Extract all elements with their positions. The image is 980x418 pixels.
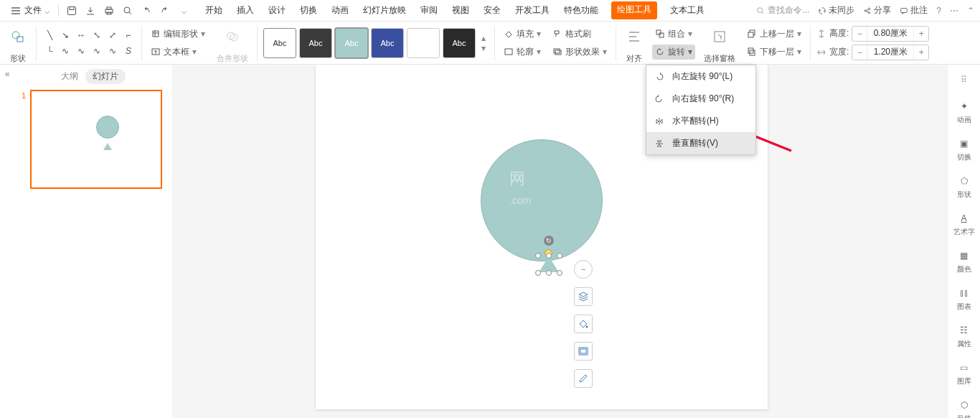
print-preview-button[interactable] [119, 2, 136, 19]
collapse-panel[interactable]: « [0, 65, 14, 418]
width-spinner[interactable]: − 1.20厘米 + [852, 45, 929, 60]
save-button[interactable] [63, 2, 80, 19]
tab-insert[interactable]: 插入 [235, 1, 255, 19]
send-backward-button[interactable]: 下移一层▾ [744, 45, 804, 60]
shape-style-gallery[interactable]: Abc Abc Abc Abc Abc ▴▾ [263, 28, 489, 58]
height-increase[interactable]: + [914, 29, 928, 39]
sidebar-menu-icon[interactable]: ⠿ [961, 75, 968, 85]
sidebar-wordart[interactable]: A艺术字 [953, 211, 975, 237]
rotate-left-item[interactable]: 向左旋转 90°(L) [646, 65, 755, 88]
resize-handle[interactable] [557, 253, 562, 259]
sidebar-style[interactable]: ⬡风格 [957, 398, 971, 418]
tab-review[interactable]: 审阅 [419, 1, 439, 19]
rotate-right-item[interactable]: 向右旋转 90°(R) [646, 88, 755, 110]
svg-rect-3 [107, 7, 111, 9]
slide-canvas[interactable]: 网.com ↻ − [172, 65, 947, 418]
sidebar-gallery[interactable]: ▭图库 [957, 361, 971, 386]
right-sidebar: ⠿ ✦动画 ▣切换 ⬠形状 A艺术字 ▦颜色 ⫿⫿图表 ☷属性 ▭图库 ⬡风格 [947, 65, 980, 418]
sidebar-transition[interactable]: ▣切换 [957, 136, 971, 162]
tab-security[interactable]: 安全 [482, 1, 502, 19]
text-box-button[interactable]: 文本框▾ [148, 45, 208, 60]
annotate-button[interactable]: 批注 [900, 4, 928, 17]
flip-horizontal-item[interactable]: 水平翻转(H) [646, 110, 755, 132]
tab-animation[interactable]: 动画 [330, 1, 350, 19]
sidebar-colors[interactable]: ▦颜色 [957, 249, 971, 274]
tab-transition[interactable]: 切换 [298, 1, 319, 19]
rotate-button[interactable]: 旋转▾ [652, 45, 695, 60]
height-value[interactable]: 0.80厘米 [867, 27, 914, 41]
svg-rect-17 [554, 49, 560, 53]
edit-shape-button[interactable]: 编辑形状▾ [148, 27, 208, 42]
svg-point-6 [758, 7, 763, 12]
style-swatch-4[interactable]: Abc [371, 28, 404, 58]
sidebar-charts[interactable]: ⫿⫿图表 [957, 286, 971, 312]
format-painter-button[interactable]: 格式刷 [550, 27, 610, 42]
height-spinner[interactable]: − 0.80厘米 + [852, 26, 929, 42]
tab-view[interactable]: 视图 [451, 1, 471, 19]
width-increase[interactable]: + [914, 47, 928, 57]
selection-pane-button[interactable]: 选择窗格 [701, 22, 738, 64]
tab-start[interactable]: 开始 [204, 1, 224, 19]
tab-features[interactable]: 特色功能 [562, 1, 600, 19]
fill-button[interactable]: 填充▾ [501, 27, 544, 42]
selected-triangle-shape[interactable]: ↻ [538, 256, 560, 273]
height-decrease[interactable]: − [852, 29, 867, 39]
style-swatch-3[interactable]: Abc [335, 28, 368, 58]
file-menu[interactable]: 文件 ⌵ [6, 1, 54, 19]
slides-tab[interactable]: 幻灯片 [85, 69, 126, 84]
tab-slideshow[interactable]: 幻灯片放映 [362, 1, 407, 19]
help-button[interactable]: ? [936, 6, 941, 16]
slide-thumbnail-1[interactable] [30, 90, 162, 189]
outline-button[interactable]: 轮廓▾ [501, 45, 544, 60]
tab-developer[interactable]: 开发工具 [514, 1, 551, 19]
tab-design[interactable]: 设计 [267, 1, 287, 19]
undo-button[interactable] [138, 2, 155, 19]
float-layers-button[interactable] [574, 287, 593, 306]
shape-effects-button[interactable]: 形状效果▾ [550, 45, 610, 60]
style-swatch-5[interactable] [407, 28, 440, 58]
rotation-handle[interactable]: ↻ [544, 236, 554, 246]
float-collapse-button[interactable]: − [574, 260, 593, 279]
circle-shape[interactable] [481, 139, 603, 261]
width-decrease[interactable]: − [852, 47, 867, 57]
resize-handle[interactable] [535, 270, 541, 276]
align-button[interactable]: 对齐 [622, 22, 646, 64]
bring-forward-button[interactable]: 上移一层▾ [744, 27, 804, 42]
line-gallery[interactable]: ╲↘↔⤡⤢⌐ └∿∿∿∿S [42, 28, 136, 58]
qat-dropdown[interactable]: ⌵ [175, 2, 192, 19]
resize-handle[interactable] [535, 253, 541, 259]
style-gallery-more[interactable]: ▴▾ [479, 29, 489, 57]
style-swatch-6[interactable]: Abc [443, 28, 476, 58]
merge-shapes-button[interactable]: 合并形状 [214, 22, 251, 64]
flip-vertical-item[interactable]: 垂直翻转(V) [646, 132, 755, 154]
command-search[interactable]: 查找命令... [756, 4, 809, 17]
redo-button[interactable] [156, 2, 174, 19]
width-value[interactable]: 1.20厘米 [867, 45, 914, 60]
svg-rect-18 [555, 50, 561, 55]
sidebar-shapes[interactable]: ⬠形状 [957, 174, 971, 200]
float-eyedropper-button[interactable] [574, 369, 593, 388]
sidebar-properties[interactable]: ☷属性 [957, 323, 971, 349]
shapes-dropdown[interactable]: 形状 [6, 22, 30, 64]
style-swatch-2[interactable]: Abc [299, 28, 332, 58]
svg-rect-1 [70, 6, 74, 9]
resize-handle[interactable] [546, 270, 552, 276]
print-button[interactable] [100, 2, 118, 19]
resize-handle[interactable] [546, 253, 552, 259]
tab-drawing-tools[interactable]: 绘图工具 [611, 1, 657, 19]
sync-status[interactable]: 未同步 [818, 4, 854, 17]
resize-handle[interactable] [557, 270, 562, 276]
height-label: 高度: [829, 27, 849, 40]
outline-tab[interactable]: 大纲 [61, 70, 78, 83]
collapse-ribbon[interactable]: ⌃ [967, 6, 974, 16]
more-menu[interactable]: ⋯ [950, 6, 958, 16]
export-button[interactable] [82, 2, 99, 19]
float-fill-button[interactable] [574, 315, 593, 333]
svg-rect-21 [715, 32, 725, 42]
group-button[interactable]: 组合▾ [652, 27, 695, 42]
tab-text-tools[interactable]: 文本工具 [669, 1, 706, 19]
share-button[interactable]: 分享 [863, 4, 891, 17]
sidebar-animation[interactable]: ✦动画 [957, 99, 971, 125]
float-frame-button[interactable] [574, 342, 593, 361]
style-swatch-1[interactable]: Abc [263, 28, 296, 58]
